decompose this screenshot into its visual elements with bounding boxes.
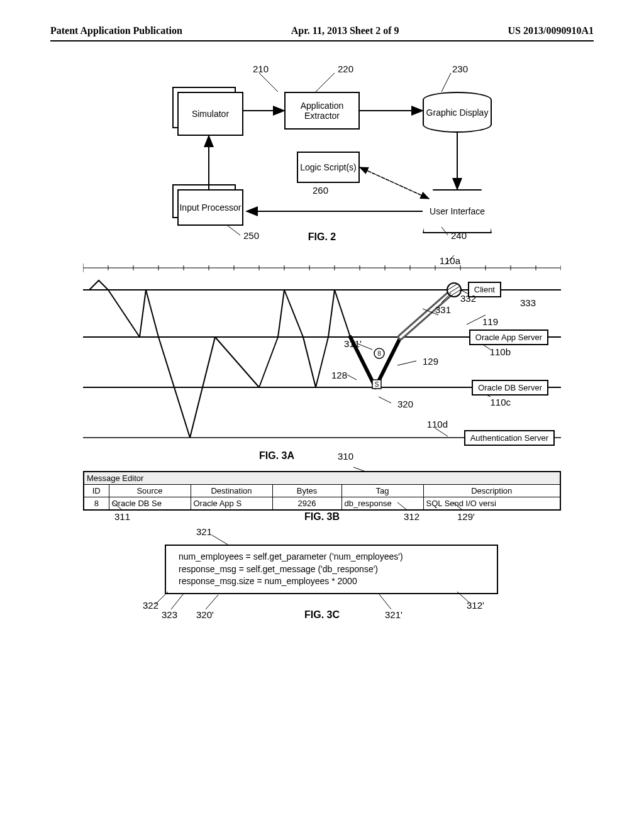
graphic-display-box: Graphic Display: [423, 92, 492, 133]
user-interface-label: User Interface: [430, 206, 485, 216]
svg-point-59: [447, 283, 461, 297]
col-bytes: Bytes: [272, 485, 341, 497]
svg-line-7: [259, 73, 278, 92]
header-mid: Apr. 11, 2013 Sheet 2 of 9: [291, 25, 399, 36]
col-tag: Tag: [341, 485, 423, 497]
svg-line-6: [360, 167, 429, 199]
ref-110b: 110b: [490, 346, 511, 357]
svg-line-41: [158, 337, 190, 438]
svg-line-69: [397, 361, 416, 365]
ref-311p: 311': [344, 338, 362, 349]
svg-line-60: [449, 287, 459, 293]
user-interface-box: User Interface: [423, 189, 492, 233]
input-processor-label: Input Processor: [179, 202, 241, 213]
ref-332: 332: [460, 293, 476, 304]
svg-text:8: 8: [377, 350, 381, 357]
logic-scripts-label: Logic Script(s): [300, 162, 356, 172]
logic-scripts-box: Logic Script(s): [297, 152, 360, 183]
table-row: 8 Oracle DB Se Oracle App S 2926 db_resp…: [84, 497, 560, 511]
svg-line-5: [360, 167, 429, 199]
ref-110a: 110a: [440, 255, 460, 266]
ref-331: 331: [435, 304, 451, 315]
svg-line-42: [190, 337, 215, 438]
fig3a-caption: FIG. 3A: [259, 450, 294, 462]
svg-line-44: [259, 337, 278, 387]
svg-line-46: [284, 290, 303, 337]
figure-3b: Message Editor ID Source Destination Byt…: [83, 466, 561, 523]
svg-line-62: [450, 290, 460, 296]
fig3c-caption: FIG. 3C: [121, 609, 523, 621]
ref-320: 320: [397, 399, 413, 409]
app-server-node: Oracle App Server: [469, 329, 548, 345]
app-extractor-box: Application Extractor: [284, 92, 360, 130]
code-line-2: response_msg = self.get_message ('db_res…: [179, 563, 484, 576]
figure-2: Simulator Application Extractor Graphic …: [121, 60, 523, 243]
figure-3a: S 8 Client Oracle App Server Oracle DB S…: [83, 255, 561, 463]
svg-point-57: [374, 348, 384, 358]
svg-text:S: S: [375, 381, 379, 388]
svg-rect-55: [372, 380, 381, 389]
code-line-3: response_msg.size = num_employees * 2000: [179, 575, 484, 588]
svg-line-43: [215, 337, 259, 387]
app-extractor-label: Application Extractor: [286, 101, 358, 121]
svg-line-52: [375, 337, 401, 387]
cell-source: Oracle DB Se: [109, 497, 191, 511]
ref-230: 230: [452, 64, 468, 74]
graphic-display-label: Graphic Display: [426, 108, 489, 118]
ref-260: 260: [313, 185, 328, 196]
svg-line-38: [108, 290, 140, 337]
fig3b-caption: FIG. 3B: [83, 511, 561, 523]
table-header-row: ID Source Destination Bytes Tag Descript…: [84, 485, 560, 497]
ref-110d: 110d: [427, 419, 448, 429]
page-header: Patent Application Publication Apr. 11, …: [50, 25, 594, 42]
svg-line-40: [146, 290, 158, 337]
header-right: US 2013/0090910A1: [508, 25, 594, 36]
svg-line-71: [347, 375, 357, 380]
svg-line-66: [441, 293, 451, 302]
ref-110c: 110c: [490, 397, 511, 407]
svg-line-9: [441, 73, 451, 92]
ref-210: 210: [253, 64, 269, 74]
ref-128: 128: [331, 370, 347, 380]
simulator-label: Simulator: [192, 109, 229, 119]
ref-220: 220: [338, 64, 353, 74]
ref-333: 333: [520, 297, 536, 308]
cell-tag: db_response: [341, 497, 423, 511]
svg-line-49: [328, 290, 335, 337]
svg-line-47: [303, 337, 316, 387]
code-line-1: num_employees = self.get_parameter ('num…: [179, 551, 484, 563]
col-source: Source: [109, 485, 191, 497]
header-left: Patent Application Publication: [50, 25, 182, 36]
col-desc: Description: [423, 485, 560, 497]
svg-line-45: [278, 290, 284, 337]
ref-119: 119: [482, 316, 498, 327]
fig2-caption: FIG. 2: [121, 231, 523, 243]
cell-desc: SQL Send I/O versi: [423, 497, 560, 511]
table-title: Message Editor: [84, 472, 560, 485]
ref-310: 310: [338, 451, 353, 462]
svg-line-50: [335, 290, 350, 337]
message-editor-table: Message Editor ID Source Destination Byt…: [83, 471, 561, 511]
ref-321: 321: [196, 526, 212, 537]
simulator-box: Simulator: [177, 92, 243, 136]
auth-server-node: Authentication Server: [464, 430, 555, 446]
db-server-node: Oracle DB Server: [472, 380, 548, 396]
cell-id: 8: [84, 497, 109, 511]
script-box: num_employees = self.get_parameter ('num…: [165, 545, 498, 594]
svg-line-8: [316, 73, 335, 92]
cell-bytes: 2926: [272, 497, 341, 511]
svg-line-70: [379, 397, 391, 403]
figure-3c: 321 num_employees = self.get_parameter (…: [121, 529, 523, 611]
svg-line-48: [316, 337, 328, 387]
ref-129: 129: [423, 356, 438, 367]
input-processor-box: Input Processor: [177, 189, 243, 226]
cell-dest: Oracle App S: [191, 497, 272, 511]
svg-line-39: [140, 290, 146, 337]
col-id: ID: [84, 485, 109, 497]
svg-line-61: [448, 284, 458, 290]
col-dest: Destination: [191, 485, 272, 497]
